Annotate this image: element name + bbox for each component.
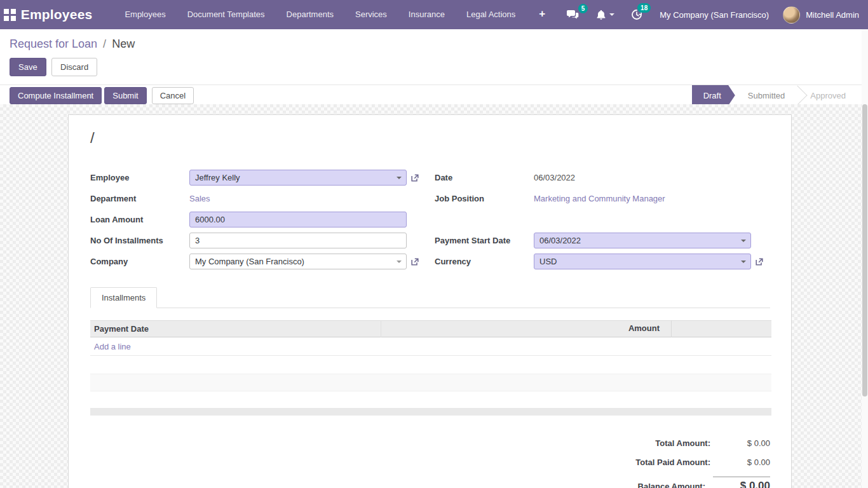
field-label-payment-start-date: Payment Start Date bbox=[435, 236, 534, 245]
empty-row bbox=[90, 391, 771, 408]
notifications-button[interactable] bbox=[596, 10, 614, 20]
discard-button[interactable]: Discard bbox=[51, 58, 97, 76]
total-paid-amount-value: $ 0.00 bbox=[718, 458, 770, 467]
record-title: / bbox=[90, 129, 770, 147]
chat-bubbles-icon bbox=[566, 10, 580, 20]
app-brand-title[interactable]: Employees bbox=[21, 7, 93, 22]
messages-count-badge: 5 bbox=[578, 4, 588, 13]
field-empty-spacer bbox=[435, 212, 770, 227]
field-date: Date 06/03/2022 bbox=[435, 170, 770, 186]
employee-external-link-icon[interactable] bbox=[410, 173, 420, 183]
totals-section: Total Amount: $ 0.00 Total Paid Amount: … bbox=[90, 438, 770, 488]
form-sheet: / Employee Date 06/03/2022 Department bbox=[68, 114, 792, 488]
apps-menu-button[interactable] bbox=[0, 0, 20, 29]
loan-amount-input[interactable] bbox=[189, 212, 407, 227]
tab-installments[interactable]: Installments bbox=[90, 287, 157, 308]
form-fields-grid: Employee Date 06/03/2022 Department Sale… bbox=[90, 170, 770, 269]
column-header-empty bbox=[671, 320, 771, 337]
empty-row bbox=[90, 374, 771, 391]
field-department: Department Sales bbox=[90, 191, 426, 207]
control-panel: Request for Loan / New Save Discard bbox=[0, 29, 868, 85]
menu-document-templates[interactable]: Document Templates bbox=[177, 0, 276, 29]
form-view-background: / Employee Date 06/03/2022 Department bbox=[0, 104, 868, 488]
breadcrumb-separator: / bbox=[103, 37, 106, 50]
status-step-label: Submitted bbox=[748, 91, 785, 100]
field-currency: Currency bbox=[435, 254, 770, 269]
total-paid-amount-label: Total Paid Amount: bbox=[635, 458, 710, 467]
notebook: Installments bbox=[90, 287, 770, 308]
currency-external-link-icon[interactable] bbox=[754, 257, 764, 267]
menu-employees[interactable]: Employees bbox=[114, 0, 176, 29]
menu-legal-actions[interactable]: Legal Actions bbox=[456, 0, 526, 29]
breadcrumb-current: New bbox=[112, 37, 135, 50]
field-label-no-of-installments: No Of Installments bbox=[90, 236, 189, 245]
field-payment-start-date: Payment Start Date bbox=[435, 233, 770, 248]
vertical-scrollbar-thumb[interactable] bbox=[862, 104, 867, 396]
activities-button[interactable]: 18 bbox=[631, 9, 642, 20]
status-step-draft[interactable]: Draft bbox=[692, 85, 735, 106]
balance-amount-value: $ 0.00 bbox=[713, 477, 770, 488]
compute-installment-button[interactable]: Compute Installment bbox=[10, 87, 102, 104]
field-label-loan-amount: Loan Amount bbox=[90, 215, 189, 224]
department-link[interactable]: Sales bbox=[189, 194, 210, 203]
field-label-job-position: Job Position bbox=[435, 194, 534, 203]
field-loan-amount: Loan Amount bbox=[90, 212, 426, 227]
record-action-buttons: Save Discard bbox=[10, 58, 858, 76]
field-label-department: Department bbox=[90, 194, 189, 203]
user-menu[interactable]: Mitchell Admin bbox=[806, 10, 859, 20]
field-label-employee: Employee bbox=[90, 173, 189, 182]
user-avatar[interactable] bbox=[783, 6, 800, 24]
currency-input[interactable] bbox=[534, 254, 751, 269]
column-header-payment-date[interactable]: Payment Date bbox=[90, 324, 381, 334]
table-footer-bar bbox=[90, 408, 771, 416]
menu-departments[interactable]: Departments bbox=[276, 0, 344, 29]
navbar-systray: 5 18 My Company (San Francisco) Mitchell bbox=[558, 6, 859, 24]
job-position-link[interactable]: Marketing and Community Manager bbox=[534, 194, 665, 203]
menu-insurance[interactable]: Insurance bbox=[398, 0, 456, 29]
field-job-position: Job Position Marketing and Community Man… bbox=[435, 191, 770, 207]
field-employee: Employee bbox=[90, 170, 426, 186]
total-amount-label: Total Amount: bbox=[655, 438, 710, 448]
breadcrumb-parent-link[interactable]: Request for Loan bbox=[10, 37, 97, 50]
status-step-approved[interactable]: Approved bbox=[797, 85, 858, 106]
company-switcher[interactable]: My Company (San Francisco) bbox=[660, 10, 769, 20]
statusbar-buttons: Compute Installment Submit Cancel bbox=[10, 87, 194, 104]
submit-button[interactable]: Submit bbox=[104, 87, 146, 104]
payment-start-date-input[interactable] bbox=[534, 233, 751, 248]
total-paid-amount-row: Total Paid Amount: $ 0.00 bbox=[635, 458, 770, 467]
save-button[interactable]: Save bbox=[10, 58, 46, 76]
top-navbar: Employees Employees Document Templates D… bbox=[0, 0, 868, 29]
total-amount-value: $ 0.00 bbox=[718, 438, 770, 448]
menu-add-plus-icon[interactable]: + bbox=[526, 0, 558, 29]
notifications-caret-icon bbox=[609, 13, 614, 16]
balance-amount-row: Balance Amount: $ 0.00 bbox=[638, 477, 770, 488]
date-value: 06/03/2022 bbox=[534, 173, 575, 182]
company-input[interactable] bbox=[189, 254, 407, 269]
employee-input[interactable] bbox=[189, 170, 407, 186]
status-step-label: Approved bbox=[810, 91, 846, 100]
empty-row bbox=[90, 356, 771, 374]
form-statusbar: Compute Installment Submit Cancel Draft … bbox=[0, 85, 868, 106]
vertical-scrollbar-track[interactable] bbox=[862, 29, 868, 488]
bell-icon bbox=[596, 10, 606, 20]
field-company: Company bbox=[90, 254, 426, 269]
notebook-tabs: Installments bbox=[90, 287, 770, 308]
breadcrumb: Request for Loan / New bbox=[10, 37, 858, 51]
main-menu: Employees Document Templates Departments… bbox=[114, 0, 558, 29]
status-steps: Draft Submitted Approved bbox=[692, 85, 858, 106]
cancel-button[interactable]: Cancel bbox=[152, 87, 194, 104]
table-row: Add a line bbox=[90, 337, 771, 356]
field-label-currency: Currency bbox=[435, 257, 534, 266]
add-a-line-link[interactable]: Add a line bbox=[90, 342, 131, 351]
balance-amount-label: Balance Amount: bbox=[638, 482, 705, 488]
activities-count-badge: 18 bbox=[637, 3, 651, 13]
field-label-date: Date bbox=[435, 173, 534, 182]
installments-table: Payment Date Amount Add a line bbox=[90, 320, 771, 416]
column-header-amount[interactable]: Amount bbox=[381, 320, 671, 337]
field-no-of-installments: No Of Installments bbox=[90, 233, 426, 248]
messages-button[interactable]: 5 bbox=[566, 10, 580, 20]
no-of-installments-input[interactable] bbox=[189, 233, 407, 248]
company-external-link-icon[interactable] bbox=[410, 257, 420, 267]
menu-services[interactable]: Services bbox=[344, 0, 398, 29]
total-amount-row: Total Amount: $ 0.00 bbox=[655, 438, 770, 448]
